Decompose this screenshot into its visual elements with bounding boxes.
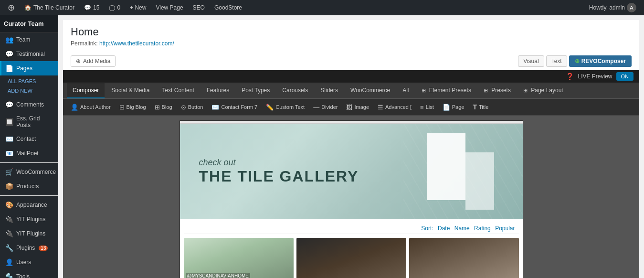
sidebar-pages-submenu: All Pages Add New (0, 75, 58, 97)
tab-social-media[interactable]: Social & Media (106, 83, 155, 98)
sort-rating[interactable]: Rating (474, 225, 491, 232)
about-author-icon: 👤 (71, 104, 78, 111)
sort-name[interactable]: Name (454, 225, 470, 232)
comments-count: 15 (93, 4, 99, 11)
toggle-on-button[interactable]: ON (616, 72, 634, 81)
comments-bar-item[interactable]: 💬 15 (80, 0, 103, 15)
sidebar-item-pages[interactable]: 📄 Pages (0, 61, 58, 75)
comments-icon: 💬 (5, 101, 13, 108)
element-image[interactable]: 🖼 Image (342, 101, 373, 113)
tab-woocommerce[interactable]: WooCommerce (345, 83, 396, 98)
yit1-icon: 🔌 (5, 215, 13, 223)
view-page-bar-item[interactable]: View Page (152, 0, 187, 15)
element-presets-icon: ⊞ (422, 87, 426, 93)
product-card-1[interactable]: @MYSCANDINAVIANHOME (184, 238, 294, 278)
text-button[interactable]: Text (546, 55, 567, 67)
bubble-count: 0 (117, 4, 120, 11)
page-header: Home Permalink: http://www.thetilecurato… (63, 20, 639, 53)
new-bar-item[interactable]: + New (126, 0, 150, 15)
element-page[interactable]: 📄 Page (439, 101, 468, 113)
element-big-blog[interactable]: ⊞ Big Blog (116, 101, 150, 113)
add-new-link[interactable]: Add New (4, 87, 54, 96)
sidebar-item-tools[interactable]: 🔩 Tools (0, 269, 58, 278)
permalink-link[interactable]: http://www.thetilecurator.com/ (99, 40, 174, 47)
add-media-button[interactable]: ⊕ Add Media (71, 55, 116, 67)
tab-carousels[interactable]: Carousels (276, 83, 314, 98)
team-icon: 👥 (5, 36, 13, 43)
tab-post-types[interactable]: Post Types (236, 83, 275, 98)
tab-presets[interactable]: ⊞ Presets (478, 83, 517, 98)
howdy-item[interactable]: Howdy, admin A (585, 0, 640, 15)
seo-bar-item[interactable]: SEO (189, 0, 209, 15)
plugins-icon: 🔧 (5, 244, 13, 252)
sidebar-item-users[interactable]: 👤 Users (0, 255, 58, 269)
element-blog[interactable]: ⊞ Blog (151, 101, 176, 113)
title-icon: T (473, 103, 477, 111)
element-list[interactable]: ≡ List (416, 101, 438, 113)
image-icon: 🖼 (346, 104, 352, 111)
wp-logo[interactable]: ⊕ (4, 0, 19, 15)
sidebar-item-plugins[interactable]: 🔧 Plugins 13 (0, 241, 58, 255)
element-custom-text[interactable]: ✏️ Custom Text (262, 101, 308, 113)
divider-1 (0, 162, 58, 163)
sidebar-item-appearance[interactable]: 🎨 Appearance (0, 198, 58, 212)
tab-post-types-label: Post Types (242, 87, 270, 94)
button-label: Button (188, 104, 203, 110)
site-name-bar-item[interactable]: 🏠 The Tile Curator (21, 0, 78, 15)
element-title[interactable]: T Title (469, 101, 492, 113)
visual-button[interactable]: Visual (518, 55, 544, 67)
sidebar-label-pages: Pages (16, 65, 32, 72)
avatar: A (627, 3, 636, 12)
product-card-2[interactable] (296, 238, 406, 278)
tab-text-content[interactable]: Text Content (156, 83, 200, 98)
element-divider[interactable]: — Divider (309, 101, 341, 113)
goodstore-bar-item[interactable]: GoodStore (211, 0, 246, 15)
tab-sliders[interactable]: Sliders (315, 83, 344, 98)
sidebar-item-yit1[interactable]: 🔌 YIT Plugins (0, 212, 58, 226)
pages-icon: 📄 (5, 64, 13, 72)
product-section: Sort: Date Name Rating Popular @MYSCANDI… (180, 219, 523, 278)
sidebar-item-mailpoet[interactable]: 📧 MailPoet (0, 146, 58, 160)
sort-bar: Sort: Date Name Rating Popular (184, 223, 519, 234)
product-card-3[interactable] (409, 238, 519, 278)
sidebar-item-comments[interactable]: 💬 Comments (0, 97, 58, 112)
help-icon[interactable]: ❓ (566, 73, 574, 80)
tools-icon: 🔩 (5, 273, 13, 278)
tab-all[interactable]: All (397, 83, 414, 98)
testimonial-icon: 💬 (5, 50, 13, 58)
element-button[interactable]: ⊙ Button (177, 101, 207, 113)
page-el-label: Page (452, 104, 465, 110)
big-blog-icon: ⊞ (119, 104, 125, 111)
element-about-author[interactable]: 👤 About Author (67, 101, 115, 113)
canvas-area: check out THE TILE GALLERY Sort: Date (63, 116, 639, 278)
products-icon: 📦 (5, 182, 13, 190)
bubble-bar-item[interactable]: ◯ 0 (105, 0, 124, 15)
tab-features[interactable]: Features (201, 83, 235, 98)
sidebar-label-woocommerce: WooCommerce (16, 169, 56, 175)
sidebar-item-yit2[interactable]: 🔌 YIT Plugins (0, 226, 58, 241)
sidebar-item-products[interactable]: 📦 Products (0, 179, 58, 193)
tab-composer[interactable]: Composer (67, 83, 105, 98)
presets-icon: ⊞ (484, 87, 488, 93)
all-pages-link[interactable]: All Pages (4, 77, 54, 87)
tab-element-presets[interactable]: ⊞ Element Presets (416, 83, 477, 98)
sort-date[interactable]: Date (438, 225, 450, 232)
sidebar-item-testimonial[interactable]: 💬 Testimonial (0, 47, 58, 61)
sidebar-item-ess-grid[interactable]: 🔲 Ess. Grid Posts (0, 112, 58, 132)
sidebar: Curator Team 👥 Team 💬 Testimonial 📄 Page… (0, 15, 58, 278)
gallery-text-small: check out (199, 158, 359, 168)
revo-composer-button[interactable]: ⊕ REVOComposer (569, 55, 632, 67)
sidebar-item-contact[interactable]: ✉️ Contact (0, 132, 58, 146)
sort-popular[interactable]: Popular (495, 225, 515, 232)
brand-name: Curator Team (4, 20, 44, 27)
toolbar-row: ⊕ Add Media Visual Text ⊕ REVOComposer (63, 53, 639, 70)
element-contact-form-7[interactable]: ✉️ Contact Form 7 (208, 101, 261, 113)
element-advanced-list[interactable]: ☰ Advanced [ (374, 101, 415, 113)
custom-text-icon: ✏️ (266, 104, 274, 111)
woocommerce-icon: 🛒 (5, 168, 13, 176)
tab-element-presets-label: Element Presets (429, 87, 471, 94)
sidebar-item-woocommerce[interactable]: 🛒 WooCommerce (0, 165, 58, 179)
sidebar-item-team[interactable]: 👥 Team (0, 32, 58, 47)
tab-page-layout-label: Page Layout (531, 87, 563, 94)
tab-page-layout[interactable]: ⊞ Page Layout (517, 83, 569, 98)
